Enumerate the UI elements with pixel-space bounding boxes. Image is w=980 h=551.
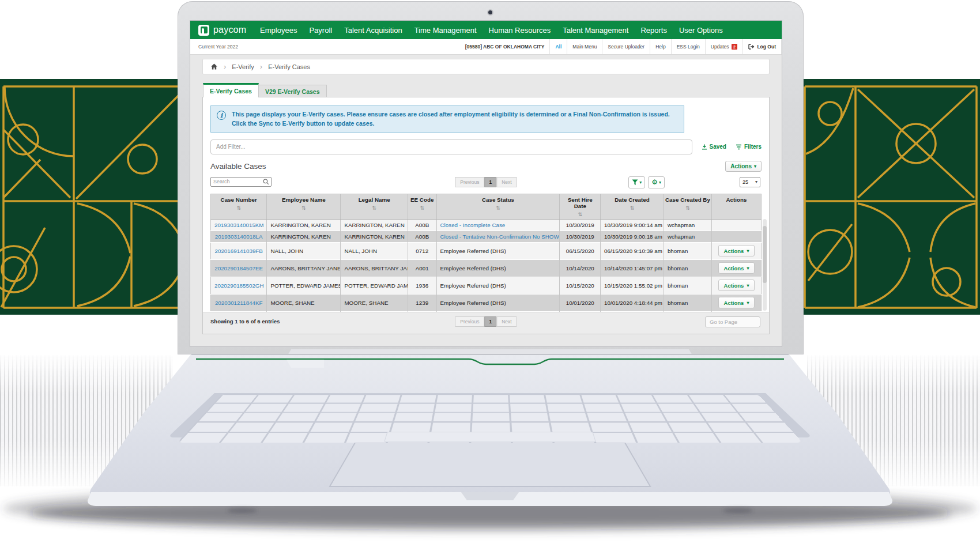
sort-icon[interactable]: ⇅ (561, 212, 599, 217)
sort-icon[interactable]: ⇅ (268, 205, 339, 211)
current-page-button[interactable]: 1 (484, 177, 496, 187)
caret-down-icon: ▾ (659, 180, 661, 185)
breadcrumb-e-verify-cases[interactable]: E-Verify Cases (268, 63, 310, 70)
breadcrumb-separator: › (260, 62, 262, 71)
col-case-status[interactable]: Case Status⇅ (436, 194, 560, 219)
scrollbar-thumb[interactable] (763, 226, 767, 283)
col-employee-name[interactable]: Employee Name⇅ (267, 194, 341, 219)
go-to-page-input[interactable] (705, 316, 760, 327)
main-menu-link[interactable]: Main Menu (567, 39, 602, 54)
breadcrumb-e-verify[interactable]: E-Verify (232, 63, 254, 70)
download-icon (702, 144, 707, 150)
row-actions-button[interactable]: Actions▾ (718, 297, 755, 308)
next-page-button[interactable]: Next (496, 177, 517, 187)
nav-item-talent-acquisition[interactable]: Talent Acquisition (344, 26, 402, 35)
nav-item-human-resources[interactable]: Human Resources (489, 26, 551, 35)
row-actions-button[interactable]: Actions▾ (718, 280, 755, 291)
tab-v29-e-verify-cases[interactable]: V29 E-Verify Cases (259, 85, 327, 97)
sort-icon[interactable]: ⇅ (212, 205, 265, 211)
column-filter-button[interactable]: ▾ (628, 176, 645, 188)
table-scrollbar[interactable] (763, 219, 767, 311)
previous-page-button[interactable]: Previous (455, 177, 484, 187)
sort-icon[interactable]: ⇅ (602, 205, 662, 211)
breadcrumb: › E-Verify › E-Verify Cases (202, 59, 770, 74)
table-row: 2020301211844KF MOORE, SHANE MOORE, SHAN… (211, 294, 762, 311)
table-row: 2019303140018LA KARRINGTON, KAREN KARRIN… (211, 231, 762, 242)
filter-row: Saved Filters (210, 139, 762, 154)
nav-item-payroll[interactable]: Payroll (309, 26, 332, 35)
saved-filters-button[interactable]: Saved (702, 144, 726, 150)
caret-down-icon: ▾ (747, 300, 749, 305)
nav-item-time-management[interactable]: Time Management (414, 26, 477, 35)
add-filter-input[interactable] (210, 139, 692, 154)
nav-item-reports[interactable]: Reports (640, 26, 667, 35)
secure-uploader-link[interactable]: Secure Uploader (602, 39, 650, 54)
sort-icon[interactable]: ⇅ (409, 205, 435, 211)
table-row: 2019303140015KM KARRINGTON, KAREN KARRIN… (211, 219, 762, 231)
caret-down-icon: ▾ (639, 180, 642, 185)
stage: paycom· Employees Payroll Talent Acquisi… (0, 0, 980, 551)
case-number-link[interactable]: 2020290184507EE (214, 265, 263, 271)
ess-login-link[interactable]: ESS Login (671, 39, 705, 54)
section-actions-button[interactable]: Actions ▾ (725, 161, 762, 172)
pagination-top: Previous 1 Next (455, 177, 517, 187)
brand-name: paycom· (213, 25, 248, 35)
sort-icon[interactable]: ⇅ (665, 205, 710, 211)
row-actions-button[interactable]: Actions▾ (718, 262, 755, 274)
case-number-link[interactable]: 2020301211844KF (215, 300, 263, 306)
caret-down-icon: ▾ (747, 248, 749, 254)
all-link[interactable]: All (549, 39, 567, 54)
col-case-created-by[interactable]: Case Created By⇅ (664, 194, 711, 219)
sort-icon[interactable]: ⇅ (342, 205, 406, 211)
nav-item-talent-management[interactable]: Talent Management (563, 26, 628, 35)
select-caret-icon: ▾ (755, 179, 757, 184)
nav-item-user-options[interactable]: User Options (679, 26, 723, 35)
updates-link[interactable]: Updates 2 (705, 39, 743, 54)
help-link[interactable]: Help (650, 39, 670, 54)
col-legal-name[interactable]: Legal Name⇅ (341, 194, 408, 219)
utility-bar: Current Year 2022 [05580] ABC OF OKLAHOM… (190, 39, 782, 55)
filters-button[interactable]: Filters (736, 144, 762, 150)
col-sent-hire-date[interactable]: Sent Hire Date⇅ (560, 194, 601, 219)
column-settings-button[interactable]: ⚙ ▾ (648, 176, 665, 188)
filter-lines-icon (736, 144, 742, 150)
search-input[interactable] (211, 179, 263, 184)
breadcrumb-separator: › (224, 62, 226, 71)
case-number-link[interactable]: 2019303140015KM (214, 222, 264, 228)
app-screen: paycom· Employees Payroll Talent Acquisi… (190, 21, 782, 346)
table-header-row: Case Number⇅ Employee Name⇅ Legal Name⇅ … (211, 194, 762, 219)
updates-count-badge: 2 (732, 44, 738, 50)
nav-item-employees[interactable]: Employees (260, 26, 297, 35)
case-number-link[interactable]: 2019303140018LA (215, 233, 263, 240)
actions-cell-empty (712, 219, 762, 231)
company-selector[interactable]: [05580] ABC OF OKLAHOMA CITY (460, 39, 550, 54)
search-icon[interactable] (263, 179, 269, 185)
previous-page-button[interactable]: Previous (455, 316, 484, 327)
cases-table-wrap: Case Number⇅ Employee Name⇅ Legal Name⇅ … (210, 194, 762, 312)
col-ee-code[interactable]: EE Code⇅ (408, 194, 436, 219)
laptop-base (0, 344, 980, 542)
tab-e-verify-cases[interactable]: E-Verify Cases (203, 83, 259, 97)
decor-panel-left (0, 79, 190, 315)
actions-cell-empty (712, 231, 762, 242)
case-number-link[interactable]: 2020169141039FB (215, 248, 263, 254)
current-page-button[interactable]: 1 (484, 316, 496, 327)
page-body: › E-Verify › E-Verify Cases E-Verify Cas… (190, 55, 782, 346)
row-actions-button[interactable]: Actions▾ (718, 245, 755, 256)
col-actions: Actions (712, 194, 762, 219)
next-page-button[interactable]: Next (496, 316, 517, 327)
case-number-link[interactable]: 2020290185502GH (214, 282, 264, 289)
col-date-created[interactable]: Date Created⇅ (601, 194, 664, 219)
search-box (210, 177, 272, 187)
case-status-link[interactable]: Closed - Incomplete Case (440, 222, 506, 228)
entries-summary: Showing 1 to 6 of 6 entries (210, 318, 280, 324)
sort-icon[interactable]: ⇅ (438, 205, 559, 211)
table-toolbar: Previous 1 Next ▾ ⚙ ▾ (210, 177, 762, 188)
info-line-2: Click the Sync to E-Verify button to upd… (232, 119, 670, 128)
home-icon[interactable] (210, 63, 218, 70)
logout-button[interactable]: Log Out (742, 39, 782, 54)
page-size-select[interactable]: 25 ▾ (740, 177, 760, 187)
case-status-link[interactable]: Closed - Tentative Non-Confirmation No S… (440, 233, 559, 240)
paycom-logo[interactable]: paycom· (198, 25, 248, 36)
col-case-number[interactable]: Case Number⇅ (211, 194, 267, 219)
